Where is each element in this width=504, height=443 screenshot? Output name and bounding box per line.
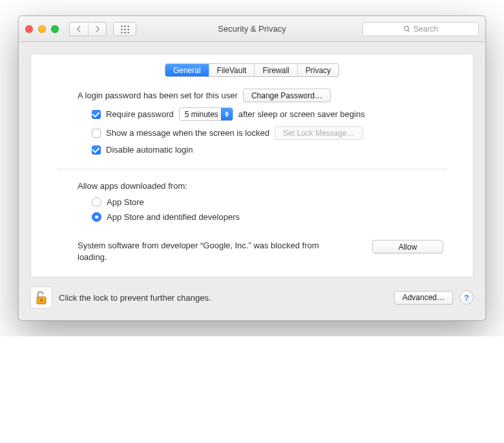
login-password-row: A login password has been set for this u… [57,89,447,102]
disable-auto-login-row: Disable automatic login [92,145,447,155]
zoom-window-icon[interactable] [51,25,59,33]
radio-appstore-label: App Store [107,197,144,207]
show-message-checkbox[interactable] [92,129,101,138]
advanced-button[interactable]: Advanced… [394,291,453,305]
select-stepper-icon [221,108,233,120]
search-placeholder: Search [414,25,438,34]
blocked-software-text: System software from developer “Google, … [78,240,323,263]
grid-icon [120,25,129,34]
lock-button[interactable] [30,286,52,308]
gatekeeper-heading: Allow apps downloaded from: [78,181,187,191]
tab-privacy[interactable]: Privacy [297,64,339,76]
gatekeeper-option-appstore: App Store [92,197,447,207]
radio-identified-label: App Store and identified developers [107,212,240,222]
minimize-window-icon[interactable] [38,25,46,33]
gatekeeper-section: Allow apps downloaded from: App Store Ap… [57,181,447,263]
show-message-row: Show a message when the screen is locked… [92,126,447,140]
preferences-window: Security & Privacy Search General FileVa… [18,16,486,321]
login-options: Require password 5 minutes after sleep o… [57,107,447,155]
window-controls [25,25,59,33]
require-password-label: Require password [106,109,174,119]
tabs: General FileVault Firewall Privacy [31,63,473,77]
show-message-label: Show a message when the screen is locked [106,128,269,138]
allow-button[interactable]: Allow [372,240,443,254]
close-window-icon[interactable] [25,25,33,33]
nav-back-button[interactable] [70,23,88,36]
require-password-row: Require password 5 minutes after sleep o… [92,107,447,121]
disable-auto-login-checkbox[interactable] [92,146,101,155]
require-password-delay-value: 5 minutes [185,110,218,119]
blocked-software-row: System software from developer “Google, … [57,240,447,263]
lock-text: Click the lock to prevent further change… [59,293,211,303]
help-button[interactable]: ? [459,290,474,305]
general-content: A login password has been set for this u… [31,89,473,263]
login-password-text: A login password has been set for this u… [78,91,238,100]
main-panel: General FileVault Firewall Privacy A log… [30,54,474,277]
gatekeeper-option-identified: App Store and identified developers [92,212,447,222]
radio-appstore[interactable] [92,197,101,207]
require-password-suffix: after sleep or screen saver begins [238,109,365,119]
footer: Click the lock to prevent further change… [19,286,485,320]
require-password-checkbox[interactable] [92,110,101,119]
show-all-prefs-button[interactable] [113,22,136,36]
set-lock-message-button: Set Lock Message… [275,126,363,140]
titlebar: Security & Privacy Search [19,16,485,42]
unlocked-padlock-icon [34,290,48,305]
tab-firewall[interactable]: Firewall [254,64,297,76]
divider [57,169,447,169]
search-icon [403,25,411,33]
help-icon: ? [464,293,469,303]
tab-segment: General FileVault Firewall Privacy [165,63,339,77]
disable-auto-login-label: Disable automatic login [106,145,193,155]
radio-identified-developers[interactable] [92,212,101,222]
svg-point-1 [41,299,43,301]
nav-back-forward [69,22,107,36]
change-password-button[interactable]: Change Password… [243,89,331,102]
tab-general[interactable]: General [165,64,209,76]
search-field[interactable]: Search [362,22,479,36]
tab-filevault[interactable]: FileVault [209,64,255,76]
require-password-delay-select[interactable]: 5 minutes [179,107,233,121]
nav-forward-button[interactable] [88,23,106,36]
